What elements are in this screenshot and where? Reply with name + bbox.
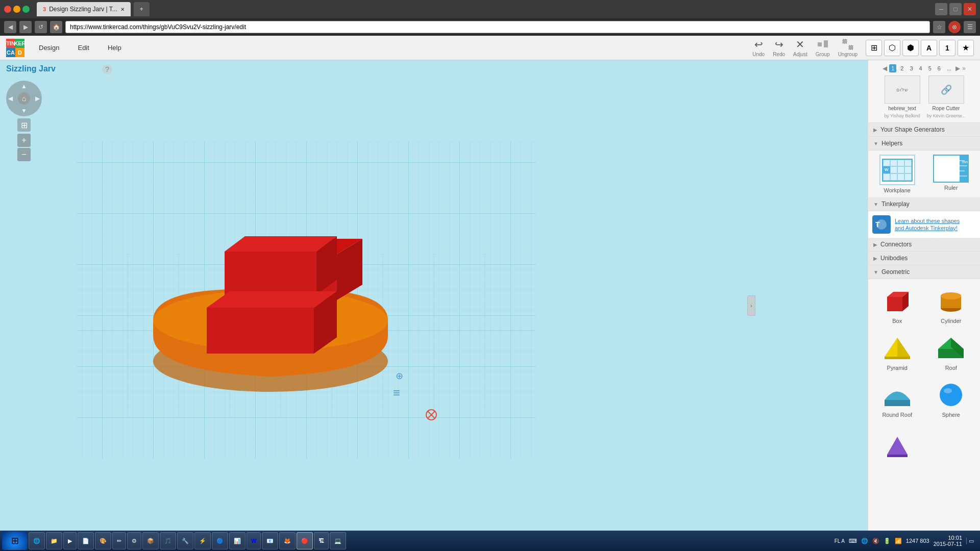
grid-view-btn[interactable]: ⊞ <box>866 40 882 56</box>
tinkerplay-header[interactable]: ▼ Tinkerplay <box>868 197 980 211</box>
close-btn[interactable]: ✕ <box>964 3 976 15</box>
refresh-btn[interactable]: ↺ <box>35 21 47 33</box>
group-action[interactable]: Group <box>816 38 830 57</box>
shape-round-roof[interactable]: Round Roof <box>872 377 922 420</box>
ungroup-action[interactable]: Ungroup <box>838 38 857 57</box>
carousel-page-3[interactable]: 3 <box>908 64 915 72</box>
tinkerplay-icon-svg: T <box>872 215 891 234</box>
helper-workplane[interactable]: W Workplane <box>872 155 922 193</box>
helper-ruler[interactable]: mm Ruler <box>926 155 976 193</box>
bookmark-btn[interactable]: ☆ <box>933 21 945 33</box>
window-maximize[interactable] <box>22 6 30 13</box>
wgc7 <box>897 166 904 173</box>
redo-action[interactable]: ↪ Redo <box>773 38 785 57</box>
taskbar-firefox[interactable]: 🦊 <box>279 532 296 549</box>
nav-home[interactable]: ⌂ <box>18 92 30 105</box>
wgc8 <box>904 166 912 173</box>
wireframe-btn[interactable]: ⬢ <box>902 40 919 56</box>
taskbar-wmp[interactable]: ▶ <box>63 532 77 549</box>
taskbar-explorer[interactable]: 📁 <box>46 532 62 549</box>
app-toolbar: TIN KER CA D Design Edit Help ↩ Undo ↪ R… <box>0 36 980 60</box>
undo-icon: ↩ <box>754 38 763 51</box>
shape-cylinder[interactable]: Cylinder <box>926 283 976 326</box>
menu-edit[interactable]: Edit <box>74 42 93 54</box>
undo-action[interactable]: ↩ Undo <box>752 38 765 57</box>
taskbar-app[interactable]: 🔧 <box>177 532 193 549</box>
minimize-btn[interactable]: ─ <box>935 3 947 15</box>
taskbar-files[interactable]: 📄 <box>78 532 94 549</box>
taskbar-pencil[interactable]: ✏ <box>112 532 126 549</box>
viewport[interactable]: ≡ ⊕ Sizzling Jarv ? ▲ <box>0 60 868 551</box>
carousel-prev[interactable]: ◀ <box>883 65 887 72</box>
tinkerplay-link[interactable]: Learn about these shapes and Autodesk Ti… <box>895 217 961 232</box>
start-button[interactable]: ⊞ <box>2 532 28 550</box>
shape-unknown-1[interactable] <box>872 428 922 463</box>
shape-roof[interactable]: Roof <box>926 330 976 373</box>
taskbar-word[interactable]: W <box>247 532 261 549</box>
carousel-page-1[interactable]: 1 <box>889 64 896 72</box>
letter-a-btn[interactable]: A <box>921 40 937 56</box>
connectors-header[interactable]: ▶ Connectors <box>868 238 980 252</box>
zoom-out-btn[interactable]: − <box>17 148 31 161</box>
panel-toggle-btn[interactable]: › <box>747 295 755 316</box>
view-controls: ⊞ ⬡ ⬢ A 1 ★ <box>866 40 974 56</box>
carousel-page-2[interactable]: 2 <box>898 64 905 72</box>
shape-pyramid[interactable]: Pyramid <box>872 330 922 373</box>
home-btn[interactable]: 🏠 <box>50 21 62 33</box>
taskbar-code[interactable]: 💻 <box>330 532 346 549</box>
active-tab[interactable]: 3 Design Sizzling Jarv | T... ✕ <box>37 2 131 16</box>
adjust-action[interactable]: ✕ Adjust <box>793 38 807 57</box>
taskbar-outlook[interactable]: 📧 <box>262 532 278 549</box>
nav-left[interactable]: ◀ <box>8 95 13 102</box>
fit-view-btn[interactable]: ⊞ <box>17 118 31 132</box>
helpers-header[interactable]: ▼ Helpers <box>868 137 980 151</box>
carousel-item-rope[interactable]: 🔗 Rope Cutter by Kevin Greenw... <box>926 76 967 118</box>
nav-up[interactable]: ▲ <box>21 83 27 90</box>
carousel-item-hebrew[interactable]: שלום hebrew_text by Yishay Belkind <box>882 76 923 118</box>
cube-view-btn[interactable]: ⬡ <box>884 40 900 56</box>
inactive-tab[interactable]: + <box>134 2 150 16</box>
show-desktop-icon[interactable]: ▭ <box>966 538 974 544</box>
shape-sphere[interactable]: Sphere <box>926 377 976 420</box>
svg-rect-0 <box>818 42 822 46</box>
zoom-in-btn[interactable]: + <box>17 134 31 147</box>
taskbar-craft[interactable]: 🏗 <box>314 532 329 549</box>
help-icon[interactable]: ? <box>102 64 112 74</box>
carousel-page-5[interactable]: 5 <box>926 64 934 72</box>
window-minimize[interactable] <box>13 6 20 13</box>
taskbar-ie[interactable]: 🌐 <box>29 532 45 549</box>
taskbar-settings[interactable]: ⚙ <box>127 532 141 549</box>
number-1-btn[interactable]: 1 <box>939 40 955 56</box>
taskbar-circuit[interactable]: ⚡ <box>194 532 211 549</box>
shape-box[interactable]: Box <box>872 283 922 326</box>
unibodies-header[interactable]: ▶ Unibodies <box>868 252 980 265</box>
taskbar-blue[interactable]: 🔵 <box>212 532 228 549</box>
settings-btn[interactable]: ☰ <box>964 21 976 33</box>
forward-btn[interactable]: ▶ <box>19 21 32 33</box>
menu-help[interactable]: Help <box>104 42 126 54</box>
restore-btn[interactable]: □ <box>949 3 962 15</box>
tab-close-btn[interactable]: ✕ <box>120 7 125 12</box>
pyramid-thumb <box>879 332 915 363</box>
carousel-last[interactable]: » <box>962 65 966 72</box>
project-title[interactable]: Sizzling Jarv <box>6 64 56 73</box>
shape-generators-header[interactable]: ▶ Your Shape Generators <box>868 123 980 137</box>
security-btn[interactable]: ⊗ <box>948 21 961 33</box>
address-input[interactable] <box>65 21 930 33</box>
taskbar-music[interactable]: 🎵 <box>160 532 176 549</box>
back-btn[interactable]: ◀ <box>4 21 16 33</box>
nav-down[interactable]: ▼ <box>21 107 27 114</box>
taskbar-paint[interactable]: 🎨 <box>95 532 111 549</box>
geometric-header[interactable]: ▼ Geometric <box>868 265 980 279</box>
carousel-page-4[interactable]: 4 <box>917 64 924 72</box>
taskbar-chrome[interactable]: 🔴 <box>297 532 313 549</box>
carousel-page-6[interactable]: 6 <box>936 64 943 72</box>
window-close[interactable] <box>4 6 11 13</box>
taskbar-app2[interactable]: 📊 <box>229 532 246 549</box>
svg-text:T: T <box>875 220 880 229</box>
carousel-next[interactable]: ▶ <box>955 65 960 72</box>
menu-design[interactable]: Design <box>35 42 63 54</box>
taskbar-archive[interactable]: 📦 <box>142 532 159 549</box>
nav-right[interactable]: ▶ <box>35 95 40 102</box>
star-btn[interactable]: ★ <box>958 40 974 56</box>
